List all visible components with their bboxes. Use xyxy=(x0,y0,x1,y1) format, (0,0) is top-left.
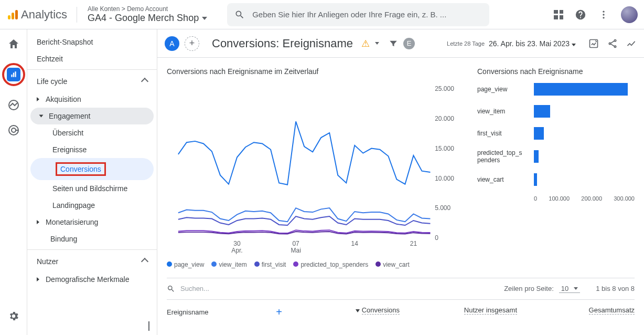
add-segment-button[interactable]: + xyxy=(185,36,199,51)
nav-realtime[interactable]: Echtzeit xyxy=(27,50,157,67)
chevron-down-icon xyxy=(574,287,578,290)
nav-acquisition[interactable]: Akquisition xyxy=(27,91,157,108)
breadcrumb[interactable]: Alle Konten > Demo Account xyxy=(88,5,207,13)
search-icon xyxy=(167,285,175,293)
svg-point-11 xyxy=(12,128,16,132)
search-icon xyxy=(234,9,245,20)
date-label: Letzte 28 Tage xyxy=(447,40,485,47)
search-input[interactable]: Geben Sie hier Ihr Anliegen oder Ihre Fr… xyxy=(227,3,489,26)
col-conversions[interactable]: Conversions xyxy=(282,306,400,318)
chevron-down-icon xyxy=(572,44,576,46)
more-icon[interactable] xyxy=(598,9,609,20)
col-revenue[interactable]: Gesamtumsatz xyxy=(517,306,635,318)
svg-point-14 xyxy=(609,43,610,44)
nav-demographics[interactable]: Demografische Merkmale xyxy=(27,271,157,288)
bar-card-title: Conversions nach Ereignisname xyxy=(477,67,635,76)
chart-legend: page_viewview_itemfirst_visitpredicted_t… xyxy=(167,261,465,268)
ga-logo[interactable]: Analytics xyxy=(6,8,67,22)
avatar[interactable] xyxy=(621,6,638,23)
svg-text:20.000: 20.000 xyxy=(435,115,454,122)
reports-nav-icon[interactable] xyxy=(2,63,25,86)
warning-icon[interactable]: ⚠ xyxy=(361,38,370,49)
home-icon[interactable] xyxy=(7,38,20,50)
e-chip[interactable]: E xyxy=(403,38,415,49)
add-dimension-button[interactable]: + xyxy=(276,306,282,318)
date-range[interactable]: 26. Apr. bis 23. Mai 2023 xyxy=(489,39,576,48)
svg-rect-12 xyxy=(590,39,598,47)
svg-point-3 xyxy=(603,11,604,12)
nav-lifecycle[interactable]: Life cycle xyxy=(27,72,157,91)
chevron-down-icon[interactable] xyxy=(375,42,379,45)
rows-label: Zeilen pro Seite: xyxy=(504,285,554,292)
nav-eng-landing[interactable]: Landingpage xyxy=(27,197,157,214)
share-icon[interactable] xyxy=(607,38,618,49)
property-selector[interactable]: GA4 - Google Merch Shop xyxy=(88,13,207,24)
nav-engagement[interactable]: Engagement xyxy=(30,108,154,124)
search-placeholder: Geben Sie hier Ihr Anliegen oder Ihre Fr… xyxy=(252,10,446,19)
svg-text:30: 30 xyxy=(233,240,241,247)
collapse-button[interactable] xyxy=(148,321,149,330)
line-chart: 05.00010.00015.00020.00025.00030Apr.07Ma… xyxy=(167,83,465,255)
svg-point-13 xyxy=(614,39,616,41)
svg-text:21: 21 xyxy=(410,240,417,247)
svg-point-4 xyxy=(603,14,604,15)
ads-icon[interactable] xyxy=(7,124,20,137)
svg-point-15 xyxy=(614,46,616,47)
nav-monetization[interactable]: Monetarisierung xyxy=(27,214,157,231)
nav-retention[interactable]: Bindung xyxy=(27,231,157,247)
nav-eng-overview[interactable]: Übersicht xyxy=(27,124,157,141)
svg-text:Mai: Mai xyxy=(291,247,300,254)
explore-icon[interactable] xyxy=(7,99,20,111)
svg-point-5 xyxy=(603,17,604,18)
side-nav: Bericht-Snapshot Echtzeit Life cycle Akq… xyxy=(27,29,157,335)
svg-rect-2 xyxy=(15,10,18,19)
nav-user[interactable]: Nutzer xyxy=(27,252,157,271)
chevron-up-icon xyxy=(141,78,148,85)
svg-text:15.000: 15.000 xyxy=(435,145,454,152)
svg-text:0: 0 xyxy=(435,234,438,242)
nav-eng-pages[interactable]: Seiten und Bildschirme xyxy=(27,180,157,197)
chevron-up-icon xyxy=(141,258,148,265)
product-name: Analytics xyxy=(21,8,67,22)
svg-text:Apr.: Apr. xyxy=(231,247,242,254)
svg-text:07: 07 xyxy=(292,240,299,247)
svg-text:25.000: 25.000 xyxy=(435,85,454,92)
nav-eng-conversions[interactable]: Conversions xyxy=(30,158,154,180)
report-title: Conversions: Ereignisname xyxy=(212,37,353,50)
nav-eng-events[interactable]: Ereignisse xyxy=(27,141,157,158)
help-icon[interactable] xyxy=(575,9,586,20)
highlight-circle xyxy=(2,63,25,86)
bar-chart: page_viewview_itemfirst_visitpredicted_t… xyxy=(477,83,635,186)
nav-snapshot[interactable]: Bericht-Snapshot xyxy=(27,34,157,50)
chevron-down-icon xyxy=(202,17,207,20)
filter-icon[interactable] xyxy=(389,39,398,48)
sort-down-icon xyxy=(356,309,360,312)
gear-icon[interactable] xyxy=(8,310,19,323)
col-users[interactable]: Nutzer insgesamt xyxy=(400,306,517,318)
svg-text:5.000: 5.000 xyxy=(435,204,450,212)
apps-icon[interactable] xyxy=(554,10,563,19)
svg-rect-0 xyxy=(8,15,10,19)
table-search-input[interactable]: Suchen... xyxy=(180,285,209,292)
segment-a-chip[interactable]: A xyxy=(165,36,179,51)
svg-text:14: 14 xyxy=(351,240,359,247)
rows-range: 1 bis 8 von 8 xyxy=(596,285,635,292)
svg-rect-1 xyxy=(12,13,14,19)
customize-icon[interactable] xyxy=(588,38,599,49)
svg-text:10.000: 10.000 xyxy=(435,175,454,182)
col-eventname[interactable]: Ereignisname + xyxy=(167,306,282,318)
rows-select[interactable]: 10 xyxy=(559,285,580,293)
analytics-logo-icon xyxy=(6,8,19,21)
line-card-title: Conversions nach Ereignisname im Zeitver… xyxy=(167,67,465,76)
insights-icon[interactable] xyxy=(626,38,637,49)
